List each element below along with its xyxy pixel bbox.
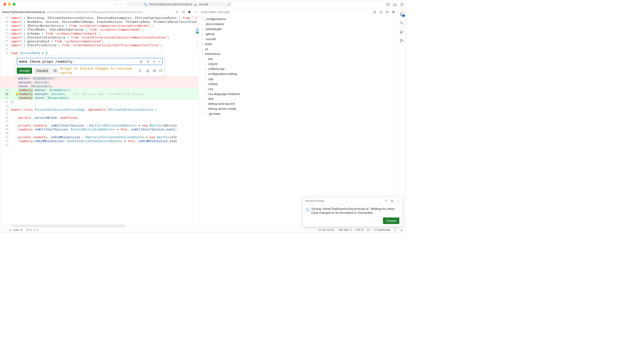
tree-item[interactable]: ›cli xyxy=(199,47,397,52)
split-editor-icon[interactable] xyxy=(182,10,185,14)
nav-forward-button[interactable]: → xyxy=(120,2,124,7)
tree-item[interactable]: ⌄extensions xyxy=(199,52,397,57)
tree-item[interactable]: ›.github xyxy=(199,31,397,37)
cancel-button[interactable]: Cancel xyxy=(383,217,399,224)
chevron-right-icon: › xyxy=(204,107,207,110)
more-actions-icon[interactable]: ⋯ xyxy=(194,10,197,14)
tree-item[interactable]: ›cpp xyxy=(199,76,397,81)
chevron-right-icon: › xyxy=(204,92,207,95)
inline-chat-dialog: ✕ ⋯ Accept Discard ↻ Accept or discard c… xyxy=(15,56,165,77)
run-debug-icon[interactable] xyxy=(400,29,404,34)
tree-item[interactable]: ›build xyxy=(199,42,397,47)
nav-back-button[interactable]: ← xyxy=(114,2,117,7)
thumbs-up-icon[interactable] xyxy=(146,69,150,72)
thumbs-down-icon[interactable] xyxy=(153,69,156,72)
toggle-sidebar-right-icon[interactable] xyxy=(400,3,404,6)
files-icon[interactable] xyxy=(400,11,404,16)
tree-item-label: cli xyxy=(205,47,208,51)
rerun-button[interactable]: ↻ xyxy=(52,68,59,74)
toggle-sidebar-left-icon[interactable] xyxy=(386,3,390,6)
chevron-down-icon[interactable] xyxy=(397,199,400,203)
open-external-icon[interactable] xyxy=(227,2,231,6)
search-icon: 🔍 xyxy=(144,2,147,6)
tree-item[interactable]: ›bat xyxy=(199,57,397,62)
svg-rect-8 xyxy=(141,60,141,62)
layout-controls xyxy=(386,3,403,6)
mute-icon[interactable] xyxy=(390,199,394,203)
close-icon[interactable]: ✕ xyxy=(153,59,155,63)
tree-item[interactable]: ›.devcontainer xyxy=(199,21,397,26)
command-center[interactable]: 🔍 inlineChatSessionServiceImpl.ts 🚲vscod… xyxy=(127,1,225,7)
remote-icon[interactable] xyxy=(3,228,6,231)
more-icon[interactable]: ⋯ xyxy=(158,59,160,63)
code-editor[interactable]: 19import { Recording, IInlineChatSession… xyxy=(0,16,199,227)
tree-item-label: css-language-features xyxy=(208,92,240,96)
tree-item[interactable]: ›css-language-features xyxy=(199,91,397,96)
refresh-icon[interactable]: ↻ xyxy=(386,10,389,14)
bell-icon[interactable] xyxy=(400,228,403,231)
tree-item[interactable]: ›.vscode xyxy=(199,37,397,42)
chevron-right-icon: › xyxy=(204,97,207,100)
tree-item[interactable]: ›clojure xyxy=(199,61,397,66)
source-control-icon[interactable] xyxy=(400,38,404,43)
editor-tab-filename[interactable]: inlineChatSessionServiceImpl.ts xyxy=(2,10,45,14)
send-icon[interactable] xyxy=(146,59,150,63)
problems-indicator[interactable]: ⓧ0 ⚠0 xyxy=(26,228,38,232)
language-mode[interactable]: { } TypeScript xyxy=(374,228,390,231)
new-file-icon[interactable] xyxy=(373,10,376,14)
tree-item[interactable]: ›.configurations xyxy=(199,16,397,21)
svg-rect-4 xyxy=(400,3,403,6)
toggle-panel-icon[interactable] xyxy=(393,3,397,6)
discard-button[interactable]: Discard xyxy=(34,68,50,74)
tree-item[interactable]: ›dart xyxy=(199,96,397,101)
tree-item-label: debug-server-ready xyxy=(208,107,236,111)
maximize-window-button[interactable] xyxy=(13,3,15,6)
svg-rect-10 xyxy=(160,70,162,71)
horizontal-scrollbar[interactable] xyxy=(11,225,152,227)
collapse-all-icon[interactable] xyxy=(392,10,395,14)
tree-item[interactable]: ›debug-auto-launch xyxy=(199,101,397,106)
notification-title: NOTIFICATIONS xyxy=(305,199,324,202)
svg-point-16 xyxy=(400,41,401,42)
chevron-right-icon: › xyxy=(201,47,204,50)
cursor-position[interactable]: Ln 30, Col 31 xyxy=(318,228,334,231)
tree-item[interactable]: ›debug-server-ready xyxy=(199,106,397,111)
lightbulb-icon[interactable]: 💡 xyxy=(15,92,19,96)
titlebar: ← → 🔍 inlineChatSessionServiceImpl.ts 🚲v… xyxy=(0,0,406,8)
search-panel-icon[interactable] xyxy=(400,20,404,25)
branch-indicator[interactable]: main ⟳ xyxy=(9,228,23,232)
diff-icon[interactable] xyxy=(139,69,142,73)
tree-item[interactable]: ›configuration-editing xyxy=(199,71,397,76)
tree-item[interactable]: ›.git-base xyxy=(199,111,397,116)
comment-icon[interactable] xyxy=(159,69,163,72)
tree-item[interactable]: ›.eslintplugin xyxy=(199,26,397,31)
file-tree[interactable]: ›.configurations›.devcontainer›.eslintpl… xyxy=(199,16,397,227)
compare-icon[interactable] xyxy=(175,10,179,14)
close-window-button[interactable] xyxy=(3,3,6,6)
tree-item-label: configuration-editing xyxy=(208,72,237,76)
tree-item[interactable]: ›coffeescript xyxy=(199,66,397,71)
feedback-icon[interactable] xyxy=(394,228,397,231)
chevron-right-icon: › xyxy=(201,18,204,21)
inline-chat-input[interactable] xyxy=(19,59,138,64)
sync-icon[interactable]: ⟳ xyxy=(20,228,23,232)
editor-area: inlineChatSessionServiceImpl.ts src/vs/w… xyxy=(0,8,199,227)
status-bar: main ⟳ ⓧ0 ⚠0 Ln 30, Col 31 Tab Size: 4 U… xyxy=(0,227,406,232)
inline-chat-hint: Accept or discard changes to continue sa… xyxy=(60,67,136,75)
tree-item[interactable]: ›csharp xyxy=(199,81,397,86)
svg-point-15 xyxy=(400,39,401,40)
error-icon: ⓧ xyxy=(26,228,29,232)
eol[interactable]: LF xyxy=(367,228,370,231)
explorer-panel: EXPLORER: VSCODE ↻ ›.configurations›.dev… xyxy=(199,8,398,227)
encoding[interactable]: UTF-8 xyxy=(356,228,363,231)
mic-icon[interactable] xyxy=(139,59,143,63)
new-folder-icon[interactable] xyxy=(380,10,383,14)
svg-rect-18 xyxy=(9,230,11,231)
filter-icon[interactable] xyxy=(384,199,388,203)
tab-size[interactable]: Tab Size: 4 xyxy=(338,228,351,231)
tree-item-label: .git-base xyxy=(208,112,220,116)
svg-point-13 xyxy=(400,21,403,24)
accept-button[interactable]: Accept xyxy=(17,68,32,74)
minimize-window-button[interactable] xyxy=(8,3,11,6)
tree-item[interactable]: ›css xyxy=(199,86,397,91)
